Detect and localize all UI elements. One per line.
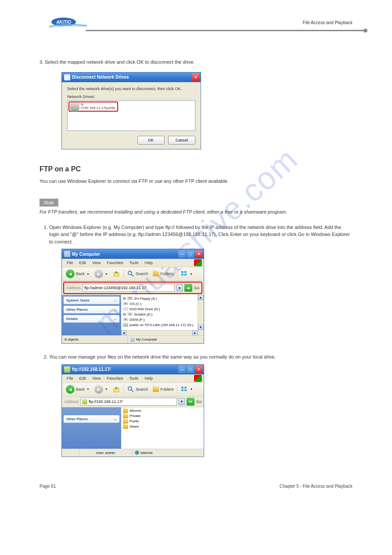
ok-button[interactable]: OK	[137, 136, 165, 145]
views-button[interactable]: ▼	[179, 269, 194, 278]
list-item[interactable]: DATA (F:)	[123, 317, 202, 322]
disconnect-dialog: Disconnect Network Drives ✕ Select the n…	[61, 72, 201, 149]
list-item[interactable]: public on 'NT2-LAN (192.168.11.17)' (N:)	[123, 322, 202, 327]
address-field[interactable]: ftp://192.168.11.17/	[80, 398, 177, 406]
menu-file[interactable]: File	[64, 260, 76, 266]
ftp-intro: You can use Windows Explorer to connect …	[40, 178, 352, 185]
list-item[interactable]: DVD-RW Drive (D:)	[123, 306, 202, 312]
go-label: Go	[194, 286, 199, 290]
file-list[interactable]: Albums Private Public Share	[121, 407, 204, 449]
menubar: File Edit View Favorites Tools Help	[62, 259, 204, 267]
sidebar: Other Places⌄	[62, 407, 121, 449]
menu-view[interactable]: View	[89, 375, 104, 381]
ftp-step-1: Open Windows Explorer (e.g. My Computer)…	[49, 224, 352, 246]
back-icon: ◄	[66, 269, 75, 278]
menu-help[interactable]: Help	[141, 375, 156, 381]
svg-rect-10	[129, 297, 131, 298]
svg-rect-20	[123, 326, 128, 326]
svg-rect-24	[181, 387, 183, 388]
panel-details[interactable]: Details⌄	[64, 315, 119, 323]
address-dropdown[interactable]: ▼	[176, 284, 183, 291]
back-button[interactable]: ◄ Back ▼	[64, 268, 91, 279]
sidebar: System Tasks⌄ Other Places⌄ Details⌄	[62, 295, 121, 335]
svg-line-4	[131, 274, 133, 276]
status-objects: 8 objects	[62, 336, 128, 343]
folder-icon	[123, 409, 128, 413]
page-header: AKiTiO File Access and Playback	[40, 17, 352, 36]
file-list[interactable]: ⊟3½ Floppy (A:) OS (C:) DVD-RW Drive (D:…	[121, 295, 204, 335]
panel-other-places[interactable]: Other Places⌄	[64, 415, 119, 423]
svg-rect-26	[184, 387, 187, 388]
menu-help[interactable]: Help	[141, 260, 156, 266]
maximize-icon[interactable]: □	[187, 250, 194, 258]
computer-icon	[64, 251, 70, 257]
statusbar: User: admin Internet	[62, 449, 204, 457]
menu-tools[interactable]: Tools	[126, 260, 141, 266]
close-icon[interactable]: ✕	[195, 366, 202, 373]
page-number: Page 61	[40, 484, 56, 489]
dialog-instruction: Select the network drive(s) you want to …	[67, 87, 195, 91]
close-icon[interactable]: ✕	[192, 73, 199, 81]
list-item[interactable]: ⊟Scratch (E:)	[123, 312, 202, 317]
forward-icon: ►	[94, 385, 103, 394]
list-item[interactable]: Private	[123, 414, 202, 419]
list-item[interactable]: Albums	[123, 408, 202, 414]
list-item[interactable]: Public	[123, 419, 202, 424]
window-title: ftp://192.168.11.17/	[72, 367, 178, 372]
ftp-section-title: FTP on a PC	[40, 165, 352, 173]
forward-button[interactable]: ► ▼	[93, 268, 110, 279]
menu-favorites[interactable]: Favorites	[104, 375, 126, 381]
folder-icon	[123, 414, 128, 418]
status-zone: Internet	[132, 449, 204, 457]
svg-text:AKiTiO: AKiTiO	[56, 20, 71, 25]
list-item[interactable]: ⊟3½ Floppy (A:)	[123, 296, 202, 301]
minimize-icon[interactable]: —	[178, 366, 186, 373]
go-button[interactable]: ➡	[184, 284, 192, 292]
scrollbar-horizontal[interactable]: ◄ ►	[121, 330, 198, 335]
drives-label: Network Drives:	[67, 94, 195, 99]
menu-favorites[interactable]: Favorites	[104, 260, 126, 266]
back-button[interactable]: ◄ Back ▼	[64, 384, 91, 395]
minimize-icon[interactable]: —	[178, 250, 186, 258]
folder-icon	[123, 419, 128, 424]
statusbar: 8 objects My Computer	[62, 335, 204, 343]
note-label: Note	[40, 199, 58, 207]
globe-icon	[135, 450, 139, 455]
panel-other-places[interactable]: Other Places⌄	[64, 306, 119, 313]
search-button[interactable]: Search	[126, 269, 150, 278]
cancel-button[interactable]: Cancel	[168, 136, 195, 145]
list-item[interactable]: OS (C:)	[123, 301, 202, 306]
window-title: My Computer	[72, 252, 178, 257]
menu-file[interactable]: File	[64, 375, 76, 381]
list-item[interactable]: Share	[123, 424, 202, 429]
views-button[interactable]: ▼	[179, 385, 194, 394]
go-label: Go	[196, 399, 201, 404]
address-field[interactable]: ftp://admin:123456@192.168.11.17	[83, 284, 175, 292]
menu-tools[interactable]: Tools	[126, 375, 141, 381]
drives-listbox[interactable]: N: \\192.168.11.17\public	[67, 100, 195, 131]
address-bar: Address ftp://192.168.11.17/ ▼ ➡ Go	[62, 396, 204, 407]
address-dropdown[interactable]: ▼	[179, 398, 185, 405]
go-button[interactable]: ➡	[187, 398, 194, 406]
menu-edit[interactable]: Edit	[76, 375, 90, 381]
close-icon[interactable]: ✕	[195, 250, 202, 258]
views-icon	[181, 386, 188, 393]
forward-button[interactable]: ► ▼	[93, 384, 110, 395]
menu-view[interactable]: View	[89, 260, 104, 266]
drive-path: \\192.168.11.17\public	[81, 106, 115, 110]
scrollbar-vertical[interactable]: ▲ ▼	[198, 295, 204, 335]
folders-button[interactable]: Folders	[151, 386, 175, 393]
menu-edit[interactable]: Edit	[76, 260, 90, 266]
folder-icon	[153, 271, 159, 276]
panel-system-tasks[interactable]: System Tasks⌄	[64, 297, 119, 304]
folders-button[interactable]: Folders	[151, 270, 175, 277]
drive-list-item[interactable]: N: \\192.168.11.17\public	[68, 102, 118, 112]
back-icon: ◄	[66, 385, 75, 394]
computer-icon	[130, 337, 135, 342]
maximize-icon[interactable]: □	[187, 366, 194, 373]
search-button[interactable]: Search	[126, 385, 150, 394]
menubar: File Edit View Favorites Tools Help	[62, 374, 204, 383]
up-button[interactable]	[111, 385, 122, 394]
svg-point-14	[124, 308, 127, 310]
up-button[interactable]	[111, 269, 122, 278]
